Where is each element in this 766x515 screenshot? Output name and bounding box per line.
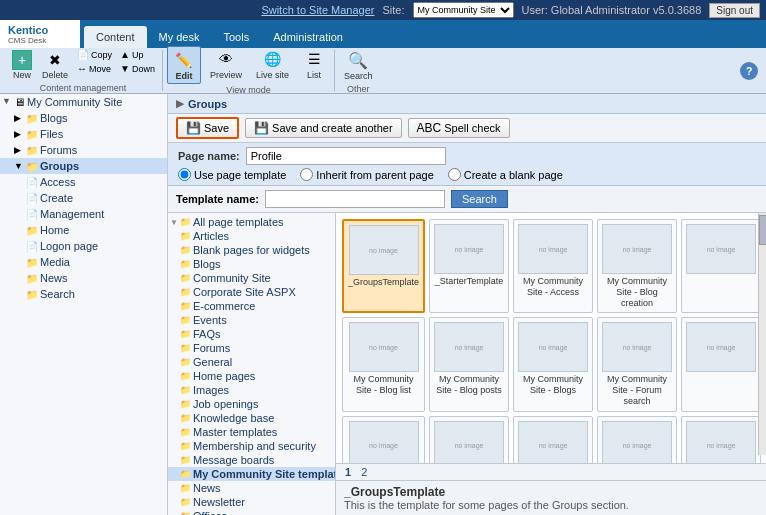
tree-toggle-icon[interactable]: ▶ bbox=[14, 145, 26, 155]
move-button[interactable]: ↔ Move bbox=[74, 62, 115, 75]
copy-label: Copy bbox=[91, 50, 112, 60]
template-thumb: no image bbox=[686, 322, 756, 372]
template-card-blog-posts[interactable]: no image My Community Site - Blog posts bbox=[429, 317, 509, 411]
tpl-tree-job-openings[interactable]: 📁 Job openings bbox=[168, 397, 335, 411]
tpl-tree-membership[interactable]: 📁 Membership and security bbox=[168, 439, 335, 453]
tab-tools[interactable]: Tools bbox=[212, 26, 262, 48]
save-button[interactable]: 💾 Save bbox=[176, 117, 239, 139]
tab-administration[interactable]: Administration bbox=[261, 26, 355, 48]
tpl-tree-community[interactable]: 📁 Community Site bbox=[168, 271, 335, 285]
template-search-button[interactable]: Search bbox=[451, 190, 508, 208]
save-create-label: Save and create another bbox=[272, 122, 392, 134]
tab-mydesk[interactable]: My desk bbox=[147, 26, 212, 48]
tree-item-news[interactable]: 📁 News bbox=[0, 270, 167, 286]
grid-scrollbar[interactable] bbox=[758, 213, 766, 455]
new-button[interactable]: + New bbox=[8, 48, 36, 82]
tree-item-home[interactable]: 📁 Home bbox=[0, 222, 167, 238]
tpl-label: Events bbox=[193, 314, 227, 326]
up-button[interactable]: ▲ Up bbox=[117, 48, 158, 61]
template-card-groups[interactable]: no image _GroupsTemplate bbox=[342, 219, 425, 313]
tpl-tree-general[interactable]: 📁 General bbox=[168, 355, 335, 369]
template-card-starter[interactable]: no image _StarterTemplate bbox=[429, 219, 509, 313]
tpl-tree-my-community[interactable]: 📁 My Community Site templates bbox=[168, 467, 335, 481]
tpl-tree-offices[interactable]: 📁 Offices bbox=[168, 509, 335, 515]
tpl-tree-blogs[interactable]: 📁 Blogs bbox=[168, 257, 335, 271]
tpl-tree-newsletter[interactable]: 📁 Newsletter bbox=[168, 495, 335, 509]
tree-item-media[interactable]: 📁 Media bbox=[0, 254, 167, 270]
tree-item-search[interactable]: 📁 Search bbox=[0, 286, 167, 302]
template-picker-area: Template name: Search ▼ 📁 All page templ… bbox=[168, 186, 766, 515]
tree-item-forums[interactable]: ▶ 📁 Forums bbox=[0, 142, 167, 158]
tree-item-management[interactable]: 📄 Management bbox=[0, 206, 167, 222]
template-card-blog-list[interactable]: no image My Community Site - Blog list bbox=[342, 317, 425, 411]
tpl-tree-message-boards[interactable]: 📁 Message boards bbox=[168, 453, 335, 467]
list-button[interactable]: ☰ List bbox=[298, 46, 330, 84]
tree-toggle-icon[interactable]: ▼ bbox=[2, 96, 14, 108]
tree-label: Groups bbox=[40, 160, 79, 172]
tpl-tree-images[interactable]: 📁 Images bbox=[168, 383, 335, 397]
page-name-input[interactable] bbox=[246, 147, 446, 165]
radio-blank[interactable]: Create a blank page bbox=[448, 168, 563, 181]
switch-site-manager-link[interactable]: Switch to Site Manager bbox=[261, 4, 374, 16]
live-site-button[interactable]: 🌐 Live site bbox=[251, 46, 294, 84]
tpl-tree-events[interactable]: 📁 Events bbox=[168, 313, 335, 327]
tpl-tree-corporate[interactable]: 📁 Corporate Site ASPX bbox=[168, 285, 335, 299]
tree-toggle-icon[interactable]: ▼ bbox=[14, 161, 26, 171]
template-card-empty1[interactable]: no image bbox=[681, 219, 761, 313]
tpl-tree-all[interactable]: ▼ 📁 All page templates bbox=[168, 215, 335, 229]
tree-toggle-icon[interactable]: ▶ bbox=[14, 113, 26, 123]
save-create-button[interactable]: 💾 Save and create another bbox=[245, 118, 401, 138]
tpl-tree-blank[interactable]: 📁 Blank pages for widgets bbox=[168, 243, 335, 257]
groups-breadcrumb-bar: ▶ Groups bbox=[168, 94, 766, 114]
template-card-access[interactable]: no image My Community Site - Access bbox=[513, 219, 593, 313]
tree-item-groups[interactable]: ▼ 📁 Groups bbox=[0, 158, 167, 174]
help-button[interactable]: ? bbox=[740, 62, 758, 80]
tpl-tree-home-pages[interactable]: 📁 Home pages bbox=[168, 369, 335, 383]
edit-icon: ✏️ bbox=[173, 49, 195, 71]
tpl-tree-master[interactable]: 📁 Master templates bbox=[168, 425, 335, 439]
template-card-empty6[interactable]: no image bbox=[597, 416, 677, 463]
edit-button[interactable]: ✏️ Edit bbox=[167, 46, 201, 84]
preview-button[interactable]: 👁 Preview bbox=[205, 46, 247, 84]
site-selector[interactable]: My Community Site bbox=[413, 2, 514, 18]
tpl-tree-ecommerce[interactable]: 📁 E-commerce bbox=[168, 299, 335, 313]
tpl-tree-knowledge-base[interactable]: 📁 Knowledge base bbox=[168, 411, 335, 425]
tree-item-logon-page[interactable]: 📄 Logon page bbox=[0, 238, 167, 254]
tree-item-my-community-site[interactable]: ▼ 🖥 My Community Site bbox=[0, 94, 167, 110]
tpl-tree-news[interactable]: 📁 News bbox=[168, 481, 335, 495]
page-2[interactable]: 2 bbox=[358, 466, 370, 478]
tpl-tree-forums[interactable]: 📁 Forums bbox=[168, 341, 335, 355]
page-1[interactable]: 1 bbox=[342, 466, 354, 478]
template-card-empty4[interactable]: no image bbox=[429, 416, 509, 463]
radio-inherit[interactable]: Inherit from parent page bbox=[300, 168, 433, 181]
template-search-input[interactable] bbox=[265, 190, 445, 208]
tree-item-files[interactable]: ▶ 📁 Files bbox=[0, 126, 167, 142]
logo-sub: CMS Desk bbox=[8, 36, 48, 45]
template-card-empty3[interactable]: no image bbox=[342, 416, 425, 463]
tpl-label: Master templates bbox=[193, 426, 277, 438]
delete-button[interactable]: ✖ Delete bbox=[38, 48, 72, 82]
spell-check-button[interactable]: ABC Spell check bbox=[408, 118, 510, 138]
copy-button[interactable]: 📄 Copy bbox=[74, 48, 115, 61]
template-card-forum-search[interactable]: no image My Community Site - Forum searc… bbox=[597, 317, 677, 411]
template-card-blogs[interactable]: no image My Community Site - Blogs bbox=[513, 317, 593, 411]
tree-item-access[interactable]: 📄 Access bbox=[0, 174, 167, 190]
template-card-empty7[interactable]: no image bbox=[681, 416, 761, 463]
tree-item-create[interactable]: 📄 Create bbox=[0, 190, 167, 206]
radio-use-template[interactable]: Use page template bbox=[178, 168, 286, 181]
tree-item-blogs[interactable]: ▶ 📁 Blogs bbox=[0, 110, 167, 126]
tpl-tree-articles[interactable]: 📁 Articles bbox=[168, 229, 335, 243]
sign-out-button[interactable]: Sign out bbox=[709, 3, 760, 18]
tpl-folder-icon: 📁 bbox=[180, 343, 191, 353]
tab-content[interactable]: Content bbox=[84, 26, 147, 48]
search-button[interactable]: 🔍 Search bbox=[339, 47, 378, 83]
tpl-tree-faqs[interactable]: 📁 FAQs bbox=[168, 327, 335, 341]
template-card-empty2[interactable]: no image bbox=[681, 317, 761, 411]
header: Kentico CMS Desk Content My desk Tools A… bbox=[0, 20, 766, 48]
tree-toggle-icon[interactable]: ▶ bbox=[14, 129, 26, 139]
template-card-empty5[interactable]: no image bbox=[513, 416, 593, 463]
template-card-blog-creation[interactable]: no image My Community Site - Blog creati… bbox=[597, 219, 677, 313]
tpl-folder-icon: 📁 bbox=[180, 427, 191, 437]
down-label: Down bbox=[132, 64, 155, 74]
down-button[interactable]: ▼ Down bbox=[117, 62, 158, 75]
